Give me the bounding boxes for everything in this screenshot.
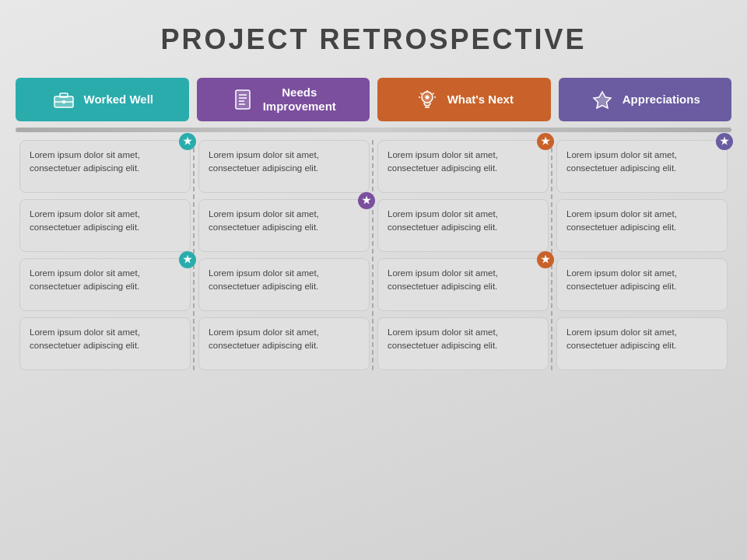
card-ni-1: Lorem ipsum dolor sit amet, consectetuer… xyxy=(198,140,370,193)
card-ni-2: ★ Lorem ipsum dolor sit amet, consectetu… xyxy=(198,199,370,252)
svg-marker-17 xyxy=(594,92,611,108)
card-ww-1: ★ Lorem ipsum dolor sit amet, consectetu… xyxy=(19,140,191,193)
star-badge-ww-1: ★ xyxy=(179,133,196,150)
star-badge-ni-2: ★ xyxy=(358,192,375,209)
header-label-worked-well: Worked Well xyxy=(84,93,153,107)
columns-wrapper: Worked Well NeedsImprovement xyxy=(16,78,731,370)
bulb-icon xyxy=(415,89,440,110)
card-ap-2: Lorem ipsum dolor sit amet, consectetuer… xyxy=(556,199,728,252)
header-worked-well: Worked Well xyxy=(16,78,189,121)
header-label-needs-improvement: NeedsImprovement xyxy=(263,86,336,114)
card-ap-4: Lorem ipsum dolor sit amet, consectetuer… xyxy=(556,317,728,370)
card-ni-3: Lorem ipsum dolor sit amet, consectetuer… xyxy=(198,258,370,311)
card-ww-2: Lorem ipsum dolor sit amet, consectetuer… xyxy=(19,199,191,252)
page: PROJECT RETROSPECTIVE Worked Well xyxy=(0,0,747,560)
divider xyxy=(16,128,731,132)
pin-icon xyxy=(590,89,615,110)
star-badge-ap-1: ★ xyxy=(716,133,733,150)
list-icon xyxy=(230,89,255,110)
svg-rect-3 xyxy=(62,100,65,103)
card-ww-4: Lorem ipsum dolor sit amet, consectetuer… xyxy=(19,317,191,370)
header-needs-improvement: NeedsImprovement xyxy=(197,78,370,121)
briefcase-icon xyxy=(51,90,76,109)
card-wn-4: Lorem ipsum dolor sit amet, consectetuer… xyxy=(377,317,549,370)
headers-row: Worked Well NeedsImprovement xyxy=(16,78,731,121)
svg-line-13 xyxy=(420,93,422,95)
header-whats-next: What's Next xyxy=(377,78,551,121)
cards-area: ★ Lorem ipsum dolor sit amet, consectetu… xyxy=(16,140,731,370)
header-appreciations: Appreciations xyxy=(559,78,732,121)
col-needs-improvement: Lorem ipsum dolor sit amet, consectetuer… xyxy=(195,140,374,370)
svg-rect-4 xyxy=(236,90,250,109)
col-worked-well: ★ Lorem ipsum dolor sit amet, consectetu… xyxy=(16,140,195,370)
star-badge-wn-1: ★ xyxy=(537,133,554,150)
card-ap-3: Lorem ipsum dolor sit amet, consectetuer… xyxy=(556,258,728,311)
card-ni-4: Lorem ipsum dolor sit amet, consectetuer… xyxy=(198,317,370,370)
svg-line-14 xyxy=(433,93,434,95)
col-whats-next: ★ Lorem ipsum dolor sit amet, consectetu… xyxy=(374,140,552,370)
card-ww-3: ★ Lorem ipsum dolor sit amet, consectetu… xyxy=(19,258,191,311)
card-ap-1: ★ Lorem ipsum dolor sit amet, consectetu… xyxy=(556,140,728,193)
svg-rect-1 xyxy=(60,93,68,97)
header-label-whats-next: What's Next xyxy=(447,93,514,107)
card-wn-1: ★ Lorem ipsum dolor sit amet, consectetu… xyxy=(377,140,549,193)
header-label-appreciations: Appreciations xyxy=(622,93,700,107)
star-badge-ww-3: ★ xyxy=(179,251,196,268)
col-appreciations: ★ Lorem ipsum dolor sit amet, consectetu… xyxy=(552,140,731,370)
card-wn-3: ★ Lorem ipsum dolor sit amet, consectetu… xyxy=(377,258,549,311)
card-wn-2: Lorem ipsum dolor sit amet, consectetuer… xyxy=(377,199,549,252)
page-title: PROJECT RETROSPECTIVE xyxy=(160,23,586,56)
svg-point-11 xyxy=(425,96,429,100)
star-badge-wn-3: ★ xyxy=(537,251,554,268)
